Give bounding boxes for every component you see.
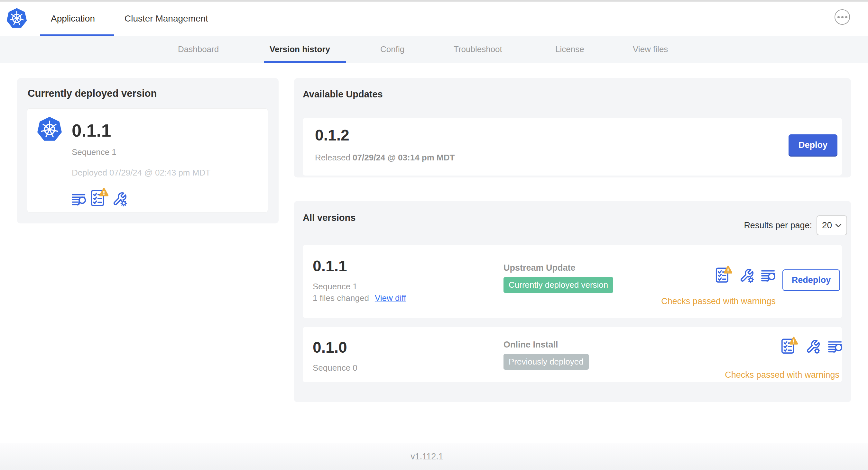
tab-license[interactable]: License [555,36,584,62]
status-badge: Currently deployed version [503,277,613,293]
checks-status[interactable]: Checks passed with warnings [725,370,839,380]
update-released-date: Released 07/29/24 @ 03:14 pm MDT [315,153,455,163]
tab-troubleshoot[interactable]: Troubleshoot [454,36,502,62]
tab-config[interactable]: Config [380,36,404,62]
row-sequence: Sequence 0 [313,363,358,373]
view-logs-icon[interactable] [828,340,843,354]
available-updates-title: Available Updates [303,89,383,100]
files-changed-label: 1 files changed [313,293,369,303]
app-header: Application Cluster Management [0,2,868,36]
current-version-sequence: Sequence 1 [72,147,117,157]
all-versions-title: All versions [303,212,355,223]
results-per-page-select[interactable]: 20 [816,215,847,235]
row-files-changed: 1 files changedView diff [313,293,406,303]
chevron-down-icon [835,224,842,228]
footer: v1.112.1 [0,443,868,470]
row-version-number: 0.1.1 [313,257,347,275]
results-per-page-value: 20 [822,220,832,231]
view-logs-icon[interactable] [761,269,776,282]
checks-status[interactable]: Checks passed with warnings [661,296,776,306]
row-source-label: Online Install [503,340,558,350]
current-version-actions [72,188,127,206]
tab-application[interactable]: Application [51,2,95,36]
row-actions [781,337,843,354]
tab-view-files[interactable]: View files [633,36,668,62]
view-diff-link[interactable]: View diff [375,293,406,303]
console-version: v1.112.1 [410,452,443,462]
results-per-page: Results per page: 20 [744,215,847,235]
row-source-label: Upstream Update [503,263,576,273]
update-version-number: 0.1.2 [315,126,349,144]
ellipsis-icon[interactable] [835,9,850,25]
tab-version-history[interactable]: Version history [270,36,330,62]
currently-deployed-card: Currently deployed version 0.1.1 Sequenc… [17,78,279,224]
preflight-checks-icon[interactable] [715,266,732,283]
version-row-0-1-1: 0.1.1 Sequence 1 1 files changedView dif… [303,245,842,318]
currently-deployed-title: Currently deployed version [28,88,157,99]
row-version-number: 0.1.0 [313,338,347,356]
preflight-checks-icon[interactable] [90,188,108,206]
status-badge: Previously deployed [503,354,589,370]
edit-config-icon[interactable] [739,268,754,283]
subnav: Dashboard Version history Config Trouble… [0,36,868,63]
current-version-number: 0.1.1 [72,120,111,141]
edit-config-icon[interactable] [112,192,127,206]
kubernetes-logo [37,116,62,141]
deploy-button[interactable]: Deploy [788,134,837,156]
redeploy-button[interactable]: Redeploy [782,269,840,291]
tab-dashboard[interactable]: Dashboard [178,36,219,62]
released-label: Released [315,153,350,162]
all-versions-card: All versions Results per page: 20 0.1.1 … [294,201,851,402]
edit-config-icon[interactable] [806,339,820,354]
preflight-checks-icon[interactable] [781,337,798,354]
current-version-deployed-date: Deployed 07/29/24 @ 02:43 pm MDT [72,168,210,178]
kubernetes-logo [6,8,27,28]
row-sequence: Sequence 1 [313,281,358,292]
active-subtab-underline [264,61,346,63]
released-date-value: 07/29/24 @ 03:14 pm MDT [352,153,455,162]
view-logs-icon[interactable] [72,193,87,206]
tab-cluster-management[interactable]: Cluster Management [125,2,208,36]
version-row-0-1-0: 0.1.0 Sequence 0 Online Install Previous… [303,327,842,382]
current-version-panel: 0.1.1 Sequence 1 Deployed 07/29/24 @ 02:… [27,108,268,212]
results-per-page-label: Results per page: [744,221,812,231]
available-updates-card: Available Updates 0.1.2 Released 07/29/2… [294,78,851,177]
row-actions [715,266,776,283]
update-row: 0.1.2 Released 07/29/24 @ 03:14 pm MDT D… [303,118,842,175]
